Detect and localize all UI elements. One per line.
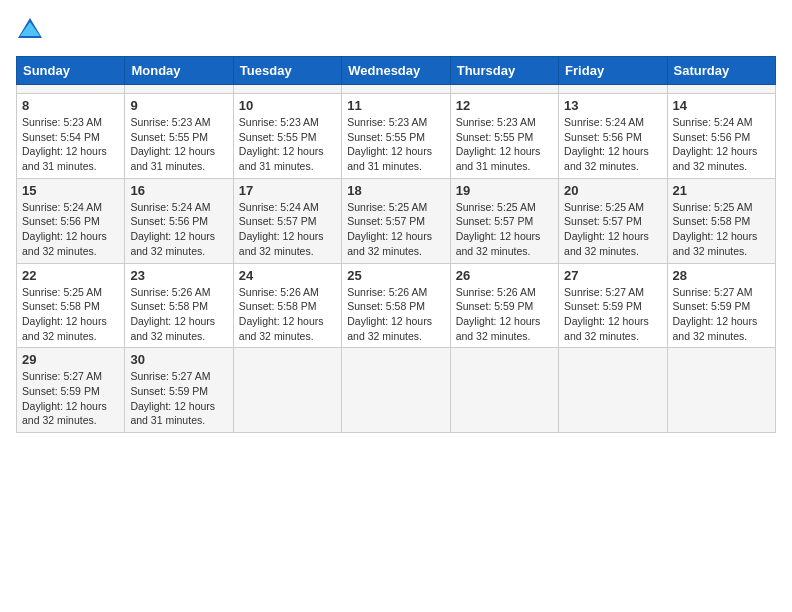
day-number: 19 <box>456 183 553 198</box>
day-detail: Sunrise: 5:23 AMSunset: 5:55 PMDaylight:… <box>456 115 553 174</box>
calendar-cell <box>342 85 450 94</box>
day-detail: Sunrise: 5:27 AMSunset: 5:59 PMDaylight:… <box>22 369 119 428</box>
day-number: 12 <box>456 98 553 113</box>
day-detail: Sunrise: 5:27 AMSunset: 5:59 PMDaylight:… <box>564 285 661 344</box>
day-detail: Sunrise: 5:24 AMSunset: 5:56 PMDaylight:… <box>673 115 770 174</box>
day-number: 15 <box>22 183 119 198</box>
calendar-cell: 28Sunrise: 5:27 AMSunset: 5:59 PMDayligh… <box>667 263 775 348</box>
day-detail: Sunrise: 5:24 AMSunset: 5:56 PMDaylight:… <box>130 200 227 259</box>
calendar-header-row: SundayMondayTuesdayWednesdayThursdayFrid… <box>17 57 776 85</box>
day-number: 27 <box>564 268 661 283</box>
calendar-cell: 10Sunrise: 5:23 AMSunset: 5:55 PMDayligh… <box>233 94 341 179</box>
day-number: 9 <box>130 98 227 113</box>
logo <box>16 16 48 44</box>
day-detail: Sunrise: 5:25 AMSunset: 5:57 PMDaylight:… <box>564 200 661 259</box>
day-number: 18 <box>347 183 444 198</box>
calendar-cell <box>17 85 125 94</box>
calendar-cell: 19Sunrise: 5:25 AMSunset: 5:57 PMDayligh… <box>450 178 558 263</box>
calendar-cell: 29Sunrise: 5:27 AMSunset: 5:59 PMDayligh… <box>17 348 125 433</box>
day-number: 16 <box>130 183 227 198</box>
day-number: 30 <box>130 352 227 367</box>
svg-marker-1 <box>20 22 40 36</box>
day-number: 24 <box>239 268 336 283</box>
day-detail: Sunrise: 5:25 AMSunset: 5:57 PMDaylight:… <box>347 200 444 259</box>
calendar-week-row: 22Sunrise: 5:25 AMSunset: 5:58 PMDayligh… <box>17 263 776 348</box>
day-number: 25 <box>347 268 444 283</box>
calendar-cell: 20Sunrise: 5:25 AMSunset: 5:57 PMDayligh… <box>559 178 667 263</box>
calendar-cell: 9Sunrise: 5:23 AMSunset: 5:55 PMDaylight… <box>125 94 233 179</box>
day-number: 22 <box>22 268 119 283</box>
day-number: 13 <box>564 98 661 113</box>
day-number: 21 <box>673 183 770 198</box>
calendar-cell <box>450 348 558 433</box>
calendar-week-row: 15Sunrise: 5:24 AMSunset: 5:56 PMDayligh… <box>17 178 776 263</box>
calendar-cell: 18Sunrise: 5:25 AMSunset: 5:57 PMDayligh… <box>342 178 450 263</box>
day-detail: Sunrise: 5:23 AMSunset: 5:55 PMDaylight:… <box>239 115 336 174</box>
day-detail: Sunrise: 5:27 AMSunset: 5:59 PMDaylight:… <box>673 285 770 344</box>
day-detail: Sunrise: 5:23 AMSunset: 5:55 PMDaylight:… <box>130 115 227 174</box>
calendar-cell: 14Sunrise: 5:24 AMSunset: 5:56 PMDayligh… <box>667 94 775 179</box>
day-detail: Sunrise: 5:26 AMSunset: 5:58 PMDaylight:… <box>239 285 336 344</box>
header-monday: Monday <box>125 57 233 85</box>
calendar-week-row: 29Sunrise: 5:27 AMSunset: 5:59 PMDayligh… <box>17 348 776 433</box>
day-detail: Sunrise: 5:24 AMSunset: 5:56 PMDaylight:… <box>564 115 661 174</box>
calendar-cell <box>233 348 341 433</box>
day-number: 17 <box>239 183 336 198</box>
calendar-cell: 26Sunrise: 5:26 AMSunset: 5:59 PMDayligh… <box>450 263 558 348</box>
calendar-cell: 16Sunrise: 5:24 AMSunset: 5:56 PMDayligh… <box>125 178 233 263</box>
header-thursday: Thursday <box>450 57 558 85</box>
calendar-table: SundayMondayTuesdayWednesdayThursdayFrid… <box>16 56 776 433</box>
calendar-week-row <box>17 85 776 94</box>
calendar-cell <box>125 85 233 94</box>
calendar-cell: 24Sunrise: 5:26 AMSunset: 5:58 PMDayligh… <box>233 263 341 348</box>
day-number: 20 <box>564 183 661 198</box>
day-number: 8 <box>22 98 119 113</box>
day-detail: Sunrise: 5:25 AMSunset: 5:58 PMDaylight:… <box>22 285 119 344</box>
day-detail: Sunrise: 5:27 AMSunset: 5:59 PMDaylight:… <box>130 369 227 428</box>
calendar-cell: 22Sunrise: 5:25 AMSunset: 5:58 PMDayligh… <box>17 263 125 348</box>
day-detail: Sunrise: 5:23 AMSunset: 5:55 PMDaylight:… <box>347 115 444 174</box>
day-detail: Sunrise: 5:26 AMSunset: 5:58 PMDaylight:… <box>130 285 227 344</box>
calendar-cell: 25Sunrise: 5:26 AMSunset: 5:58 PMDayligh… <box>342 263 450 348</box>
calendar-cell <box>559 85 667 94</box>
header-friday: Friday <box>559 57 667 85</box>
header-wednesday: Wednesday <box>342 57 450 85</box>
day-number: 10 <box>239 98 336 113</box>
day-detail: Sunrise: 5:26 AMSunset: 5:58 PMDaylight:… <box>347 285 444 344</box>
day-detail: Sunrise: 5:23 AMSunset: 5:54 PMDaylight:… <box>22 115 119 174</box>
calendar-cell: 11Sunrise: 5:23 AMSunset: 5:55 PMDayligh… <box>342 94 450 179</box>
day-detail: Sunrise: 5:26 AMSunset: 5:59 PMDaylight:… <box>456 285 553 344</box>
day-detail: Sunrise: 5:24 AMSunset: 5:57 PMDaylight:… <box>239 200 336 259</box>
header-tuesday: Tuesday <box>233 57 341 85</box>
calendar-cell: 13Sunrise: 5:24 AMSunset: 5:56 PMDayligh… <box>559 94 667 179</box>
calendar-cell: 30Sunrise: 5:27 AMSunset: 5:59 PMDayligh… <box>125 348 233 433</box>
day-number: 23 <box>130 268 227 283</box>
calendar-cell <box>667 85 775 94</box>
day-number: 11 <box>347 98 444 113</box>
header-sunday: Sunday <box>17 57 125 85</box>
calendar-cell: 8Sunrise: 5:23 AMSunset: 5:54 PMDaylight… <box>17 94 125 179</box>
header-saturday: Saturday <box>667 57 775 85</box>
day-number: 14 <box>673 98 770 113</box>
calendar-cell: 12Sunrise: 5:23 AMSunset: 5:55 PMDayligh… <box>450 94 558 179</box>
calendar-cell: 21Sunrise: 5:25 AMSunset: 5:58 PMDayligh… <box>667 178 775 263</box>
calendar-cell <box>667 348 775 433</box>
logo-icon <box>16 16 44 44</box>
day-number: 26 <box>456 268 553 283</box>
calendar-cell: 27Sunrise: 5:27 AMSunset: 5:59 PMDayligh… <box>559 263 667 348</box>
calendar-cell <box>450 85 558 94</box>
header <box>16 16 776 44</box>
calendar-cell: 17Sunrise: 5:24 AMSunset: 5:57 PMDayligh… <box>233 178 341 263</box>
day-number: 28 <box>673 268 770 283</box>
day-detail: Sunrise: 5:25 AMSunset: 5:57 PMDaylight:… <box>456 200 553 259</box>
calendar-cell: 23Sunrise: 5:26 AMSunset: 5:58 PMDayligh… <box>125 263 233 348</box>
calendar-cell: 15Sunrise: 5:24 AMSunset: 5:56 PMDayligh… <box>17 178 125 263</box>
calendar-cell <box>342 348 450 433</box>
calendar-week-row: 8Sunrise: 5:23 AMSunset: 5:54 PMDaylight… <box>17 94 776 179</box>
calendar-cell <box>559 348 667 433</box>
day-detail: Sunrise: 5:24 AMSunset: 5:56 PMDaylight:… <box>22 200 119 259</box>
day-number: 29 <box>22 352 119 367</box>
calendar-cell <box>233 85 341 94</box>
day-detail: Sunrise: 5:25 AMSunset: 5:58 PMDaylight:… <box>673 200 770 259</box>
